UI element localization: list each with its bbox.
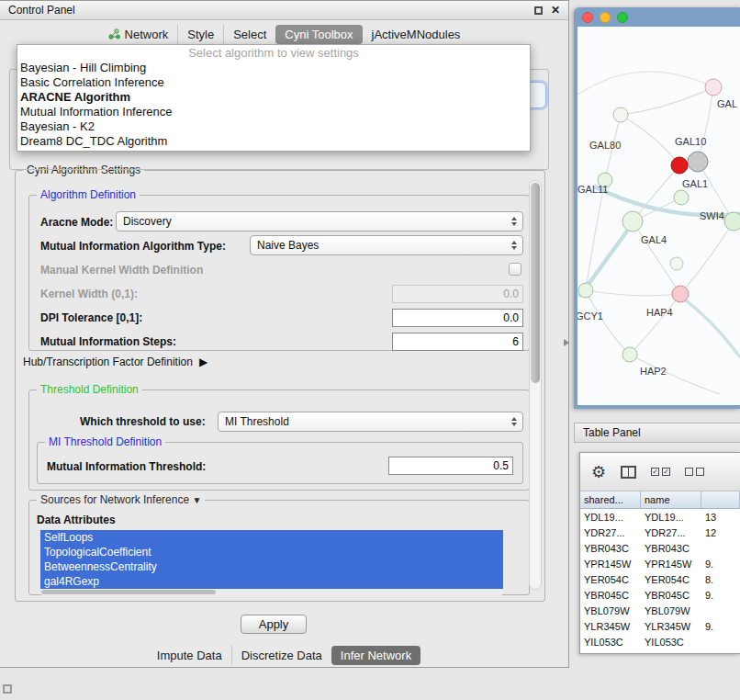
attribute-item[interactable]: SelfLoops xyxy=(40,530,503,545)
network-canvas[interactable]: GAL80GAL10GAL11GAL1SWI4GAL4GCY1HAP4HAP2G… xyxy=(577,27,740,405)
threshold-definition-group: Threshold Definition Which threshold to … xyxy=(28,390,530,491)
splitter-handle-icon[interactable] xyxy=(564,339,569,346)
tab-label: Impute Data xyxy=(157,649,222,662)
column-header-name[interactable]: name xyxy=(641,491,701,508)
table-row[interactable]: YDR27...YDR27...12 xyxy=(580,525,740,540)
attribute-item[interactable]: BetweennessCentrality xyxy=(40,559,503,574)
dpi-tolerance-field[interactable] xyxy=(392,309,523,327)
network-node[interactable] xyxy=(671,157,688,174)
table-cell: 9. xyxy=(701,621,740,632)
columns-icon[interactable] xyxy=(621,466,636,479)
zoom-traffic-icon[interactable] xyxy=(617,12,628,23)
panel-title: Control Panel xyxy=(8,4,527,17)
table-body: YDL19...YDL19...13YDR27...YDR27...12YBR0… xyxy=(580,509,740,649)
kernel-width-field[interactable] xyxy=(392,285,523,303)
table-cell: YPR145W xyxy=(641,559,701,570)
network-node[interactable] xyxy=(622,347,637,362)
apply-button[interactable]: Apply xyxy=(241,615,307,634)
network-edge xyxy=(621,87,713,115)
network-node[interactable] xyxy=(705,79,722,96)
combo-arrows-icon xyxy=(511,217,517,226)
aracne-mode-value: Discovery xyxy=(123,215,511,228)
table-cell: YDL19... xyxy=(641,512,701,523)
column-header-shared-name[interactable]: shared... xyxy=(580,491,641,508)
tab-style[interactable]: Style xyxy=(177,25,223,44)
algorithm-option[interactable]: Basic Correlation Inference xyxy=(17,75,530,90)
control-panel-tabbar: Network Style Select Cyni Toolbox jActiv… xyxy=(0,23,568,45)
node-label: GAL80 xyxy=(589,140,621,151)
minimize-traffic-icon[interactable] xyxy=(600,12,611,23)
table-cell: 9. xyxy=(701,590,740,601)
table-row[interactable]: YBR043CYBR043C xyxy=(580,540,740,556)
network-node[interactable] xyxy=(578,283,593,298)
hscrollbar-thumb[interactable] xyxy=(41,590,216,594)
resize-grip-icon[interactable] xyxy=(3,684,12,694)
algorithm-option[interactable]: Bayesian - K2 xyxy=(17,119,530,134)
combo-arrows-icon xyxy=(511,241,517,250)
cyni-algorithm-settings-group: Cyni Algorithm Settings Algorithm Defini… xyxy=(15,170,545,602)
network-node[interactable] xyxy=(674,190,689,205)
tab-label: Discretize Data xyxy=(241,649,322,662)
table-cell: 13 xyxy=(701,512,740,523)
network-node[interactable] xyxy=(688,152,708,172)
attributes-hscrollbar[interactable] xyxy=(40,589,503,595)
table-row[interactable]: YPR145WYPR145W9. xyxy=(580,556,740,571)
attribute-item[interactable]: gal4RGexp xyxy=(40,574,503,589)
table-row[interactable]: YBR045CYBR045C9. xyxy=(580,587,740,603)
table-row[interactable]: YIL053CYIL053C xyxy=(580,634,740,649)
tab-discretize-data[interactable]: Discretize Data xyxy=(231,646,331,665)
control-panel-titlebar: Control Panel ✕ xyxy=(0,1,568,20)
tab-cyni-toolbox[interactable]: Cyni Toolbox xyxy=(275,25,362,44)
tab-jactivemnodules[interactable]: jActiveMNodules xyxy=(363,25,470,44)
mi-algorithm-type-combo[interactable]: Naive Bayes xyxy=(250,235,523,255)
tab-label: Network xyxy=(125,28,169,41)
table-row[interactable]: YDL19...YDL19...13 xyxy=(580,509,740,525)
tab-infer-network[interactable]: Infer Network xyxy=(331,646,420,665)
table-cell: YLR345W xyxy=(580,621,641,632)
vscrollbar-thumb[interactable] xyxy=(531,183,540,383)
network-node[interactable] xyxy=(622,211,643,231)
table-row[interactable]: YER054CYER054C8. xyxy=(580,571,740,587)
table-row[interactable]: YBL079WYBL079W xyxy=(580,603,740,618)
tab-network[interactable]: Network xyxy=(99,25,178,44)
aracne-mode-combo[interactable]: Discovery xyxy=(116,211,523,231)
network-svg: GAL80GAL10GAL11GAL1SWI4GAL4GCY1HAP4HAP2G… xyxy=(577,27,740,405)
network-node[interactable] xyxy=(672,286,689,302)
network-window-titlebar xyxy=(574,7,740,27)
network-node[interactable] xyxy=(670,257,683,270)
algorithm-option[interactable]: Mutual Information Inference xyxy=(17,105,530,119)
table-cell: YBR043C xyxy=(641,543,701,554)
tab-impute-data[interactable]: Impute Data xyxy=(148,646,231,665)
algorithm-option[interactable]: Bayesian - Hill Climbing xyxy=(17,61,530,75)
hub-definition-label: Hub/Transcription Factor Definition xyxy=(23,356,193,368)
mi-algorithm-type-label: Mutual Information Algorithm Type: xyxy=(40,240,226,253)
hub-definition-expander[interactable]: Hub/Transcription Factor Definition ▶ xyxy=(23,356,207,368)
manual-kernel-checkbox[interactable] xyxy=(509,263,521,276)
select-all-columns-icon[interactable] xyxy=(651,468,670,476)
network-node[interactable] xyxy=(724,212,740,231)
table-cell: YBL079W xyxy=(580,605,641,616)
which-threshold-combo[interactable]: MI Threshold xyxy=(218,412,523,432)
algorithm-option[interactable]: ARACNE Algorithm xyxy=(17,90,530,105)
table-cell: YBR045C xyxy=(580,590,641,601)
mi-threshold-definition-group: MI Threshold Definition Mutual Informati… xyxy=(37,442,523,484)
mi-threshold-field[interactable] xyxy=(388,457,513,475)
settings-vscrollbar[interactable] xyxy=(529,180,542,590)
table-row[interactable]: YLR345WYLR345W9. xyxy=(580,618,740,634)
network-node[interactable] xyxy=(613,107,628,122)
mi-steps-field[interactable] xyxy=(392,333,523,351)
sources-group-title[interactable]: Sources for Network Inference ▼ xyxy=(37,493,205,506)
data-attributes-label: Data Attributes xyxy=(37,514,116,526)
node-label: GAL xyxy=(717,98,737,109)
attribute-item[interactable]: TopologicalCoefficient xyxy=(40,545,503,559)
algorithm-option[interactable]: Dream8 DC_TDC Algorithm xyxy=(17,134,530,149)
tab-select[interactable]: Select xyxy=(223,25,275,44)
float-panel-icon[interactable] xyxy=(534,6,543,15)
column-header-clipped[interactable] xyxy=(701,491,740,508)
deselect-all-columns-icon[interactable] xyxy=(685,468,704,476)
close-icon[interactable]: ✕ xyxy=(551,4,560,17)
table-cell: YDR27... xyxy=(580,527,641,538)
network-edge xyxy=(577,72,713,95)
gear-icon[interactable]: ⚙ xyxy=(591,464,606,480)
close-traffic-icon[interactable] xyxy=(582,12,593,23)
